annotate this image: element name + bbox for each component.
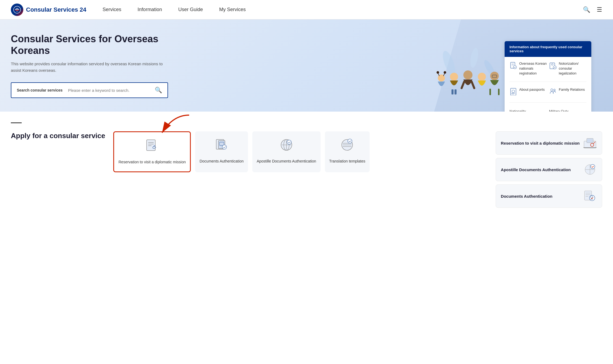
svg-point-31 — [551, 89, 553, 91]
sidebar-card-img-apostille — [583, 162, 597, 177]
search-button[interactable]: 🔍 — [155, 87, 162, 94]
svg-point-62 — [591, 164, 595, 169]
service-card-translation[interactable]: Translation templates — [325, 131, 370, 172]
nav-information[interactable]: Information — [138, 7, 162, 12]
svg-point-1 — [440, 49, 457, 76]
service-card-apostille[interactable]: Apostille Documents Authentication — [252, 131, 320, 172]
nav-actions: 🔍 ☰ — [583, 6, 602, 13]
info-label-military[interactable]: Military Duty — [549, 108, 586, 112]
sidebar-card-reservation[interactable]: Reservation to visit a diplomatic missio… — [496, 131, 602, 155]
hero-section: Consular Services for Overseas Koreans T… — [0, 20, 613, 112]
sidebar-card-docs-auth[interactable]: Documents Authentication — [496, 184, 602, 208]
search-box: Search consular services 🔍 — [11, 82, 168, 98]
info-item-notorization[interactable]: Notorization/ consular legalization — [549, 61, 586, 76]
sidebar-card-label-reservation: Reservation to visit a diplomatic missio… — [501, 140, 580, 146]
apply-title: Apply for a consular service — [11, 131, 105, 141]
info-label-nationality[interactable]: Nationality — [509, 108, 547, 112]
hero-description: This website provides consular informati… — [11, 61, 173, 74]
svg-point-32 — [554, 89, 555, 91]
nav-user-guide[interactable]: User Guide — [178, 7, 203, 12]
sidebar-cards: Reservation to visit a diplomatic missio… — [496, 131, 602, 208]
hero-illustration — [423, 41, 510, 98]
info-label-passports: About passports — [519, 87, 545, 92]
nav-my-services[interactable]: My Services — [219, 7, 246, 12]
sidebar-card-img-docs-auth — [583, 189, 597, 203]
bottom-row: Apply for a consular service — [11, 131, 602, 208]
search-input[interactable] — [68, 88, 155, 93]
svg-line-13 — [462, 82, 464, 88]
sidebar-card-apostille[interactable]: Apostille Documents Authentication — [496, 158, 602, 181]
logo-text: Consular Services 24 — [26, 6, 86, 13]
svg-point-15 — [478, 73, 486, 81]
translation-card-icon — [340, 138, 354, 154]
docs-auth-card-icon — [215, 138, 229, 154]
info-label-registration: Overseas Korean nationals registration — [519, 61, 547, 76]
notorization-icon — [549, 62, 557, 71]
search-label: Search consular services — [17, 88, 63, 93]
info-card-header: Information about frequently used consul… — [505, 41, 591, 57]
passports-icon — [509, 88, 517, 97]
svg-rect-35 — [147, 140, 155, 151]
info-card: Information about frequently used consul… — [505, 41, 591, 112]
service-grid: Reservation to visit a diplomatic missio… — [113, 131, 488, 172]
info-item-registration[interactable]: Overseas Korean nationals registration — [509, 61, 547, 76]
logo-area[interactable]: Consular Services 24 — [11, 4, 86, 16]
svg-point-53 — [348, 139, 352, 143]
sidebar-card-label-docs-auth: Documents Authentication — [501, 193, 580, 199]
service-label-reservation: Reservation to visit a diplomatic missio… — [118, 160, 186, 165]
nav-services[interactable]: Services — [103, 7, 121, 12]
svg-point-7 — [437, 71, 439, 74]
svg-point-48 — [287, 140, 291, 144]
svg-rect-11 — [454, 89, 456, 95]
svg-point-9 — [450, 73, 458, 81]
svg-point-8 — [444, 71, 446, 74]
section-divider — [11, 122, 22, 123]
reservation-card-icon — [145, 139, 159, 155]
apostille-card-icon — [279, 138, 293, 154]
info-label-notorization: Notorization/ consular legalization — [559, 61, 586, 76]
info-label-family: Family Relations — [559, 87, 585, 92]
service-label-apostille: Apostille Documents Authentication — [257, 159, 316, 164]
svg-point-28 — [512, 90, 515, 93]
info-item-family[interactable]: Family Relations — [549, 87, 586, 97]
service-card-docs-auth[interactable]: Documents Authentication — [195, 131, 248, 172]
hero-content: Consular Services for Overseas Koreans T… — [11, 33, 173, 98]
svg-point-26 — [551, 64, 553, 65]
info-card-body: Overseas Korean nationals registration N… — [505, 57, 591, 112]
registration-icon — [509, 62, 517, 71]
navbar: Consular Services 24 Services Informatio… — [0, 0, 613, 20]
svg-rect-27 — [511, 88, 516, 95]
sidebar-card-label-apostille: Apostille Documents Authentication — [501, 167, 580, 173]
svg-point-16 — [490, 72, 499, 80]
info-grid: Overseas Korean nationals registration N… — [509, 61, 586, 112]
svg-point-12 — [463, 70, 473, 80]
apply-section: Apply for a consular service — [11, 131, 488, 172]
svg-rect-10 — [451, 89, 453, 95]
info-divider-2 — [509, 102, 586, 103]
service-card-reservation[interactable]: Reservation to visit a diplomatic missio… — [113, 131, 191, 172]
svg-point-23 — [513, 66, 517, 69]
service-area: Apply for a consular service — [11, 131, 488, 208]
svg-point-25 — [553, 66, 556, 69]
svg-point-2 — [469, 48, 480, 68]
svg-point-43 — [222, 145, 227, 149]
menu-icon[interactable]: ☰ — [597, 6, 602, 13]
logo-icon — [11, 4, 23, 16]
svg-line-14 — [472, 82, 474, 88]
service-grid-wrapper: Reservation to visit a diplomatic missio… — [113, 131, 488, 172]
hero-title: Consular Services for Overseas Koreans — [11, 33, 173, 56]
info-item-passports[interactable]: About passports — [509, 87, 547, 97]
family-icon — [549, 88, 557, 97]
sidebar-card-img-reservation — [583, 136, 597, 150]
search-icon[interactable]: 🔍 — [583, 6, 590, 13]
main-content: Apply for a consular service — [0, 112, 613, 224]
svg-rect-55 — [587, 138, 593, 143]
nav-links: Services Information User Guide My Servi… — [103, 7, 583, 12]
info-divider-1 — [509, 82, 586, 82]
service-label-translation: Translation templates — [329, 159, 365, 164]
service-label-docs-auth: Documents Authentication — [199, 159, 244, 164]
